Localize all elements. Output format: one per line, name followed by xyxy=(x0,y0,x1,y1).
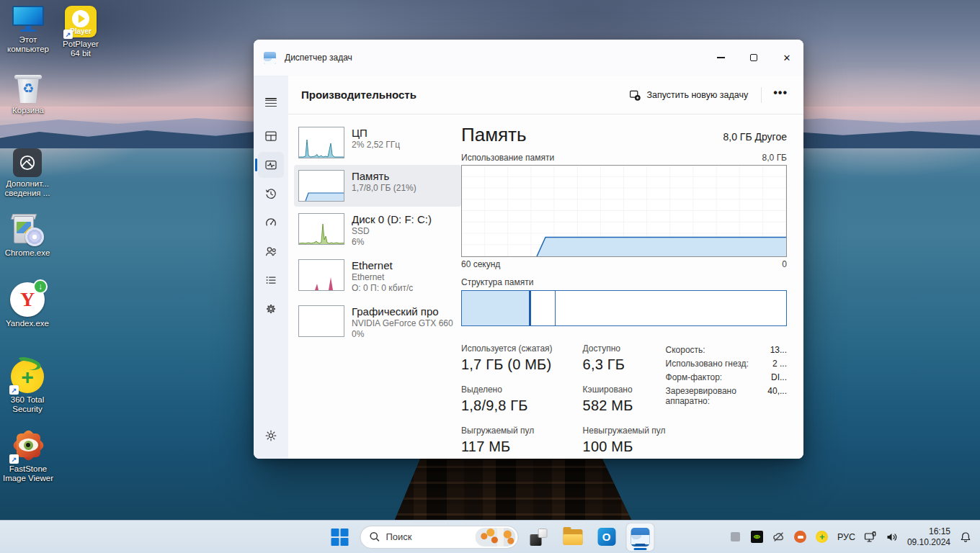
title-bar[interactable]: Диспетчер задач ✕ xyxy=(254,40,803,76)
performance-list: ЦП 2% 2,52 ГГц xyxy=(288,114,461,459)
clock-time: 16:15 xyxy=(907,526,950,537)
volume-tray-button[interactable] xyxy=(883,529,901,546)
search-highlight-image[interactable] xyxy=(476,528,516,547)
usage-graph-label: Использование памяти xyxy=(461,153,554,163)
desktop-icon-360-security[interactable]: + ↗ 360 Total Security xyxy=(4,360,50,414)
nav-app-history[interactable] xyxy=(258,181,284,207)
history-icon xyxy=(264,187,277,200)
services-gear-icon xyxy=(264,302,277,315)
nav-services[interactable] xyxy=(258,296,284,322)
potplayer-icon: Player ↗ xyxy=(65,6,97,37)
onedrive-tray-button[interactable] xyxy=(770,529,788,546)
task-view-button[interactable] xyxy=(525,523,553,551)
outlook-icon: O xyxy=(597,528,615,546)
desktop-icon-chrome-installer[interactable]: Chrome.exe xyxy=(3,215,52,258)
nav-performance[interactable] xyxy=(258,152,284,178)
desktop-icon-more-info[interactable]: Дополнит... сведения ... xyxy=(1,148,53,198)
disk-mini-graph xyxy=(298,213,344,245)
shortcut-arrow-icon: ↗ xyxy=(9,454,19,464)
perf-item-disk[interactable]: Диск 0 (D: F: C:) SSD 6% xyxy=(294,208,461,253)
usage-graph-max: 8,0 ГБ xyxy=(762,153,787,163)
search-icon xyxy=(370,531,380,542)
taskbar: Поиск O + xyxy=(0,520,980,553)
blocked-app-tray-button[interactable] xyxy=(792,529,809,546)
x-axis-right-label: 0 xyxy=(782,259,787,269)
task-manager-icon xyxy=(631,528,650,547)
composition-standby-divider xyxy=(555,291,556,325)
details-list-icon xyxy=(264,274,277,287)
clock-date: 09.10.2024 xyxy=(907,537,950,548)
desktop-icon-label: Дополнит... сведения ... xyxy=(1,179,53,198)
tray-app-icon xyxy=(731,532,740,541)
speaker-icon xyxy=(886,532,898,542)
page-header: Производительность Запустить новую задач… xyxy=(288,76,803,114)
desktop: Этот компьютер Player ↗ PotPlayer 64 bit… xyxy=(0,0,980,553)
new-task-icon xyxy=(629,89,641,101)
memory-usage-graph[interactable] xyxy=(461,165,787,257)
yandex-browser-icon: Y↓ xyxy=(10,282,45,317)
taskbar-search[interactable]: Поиск xyxy=(360,526,519,549)
outlook-button[interactable]: O xyxy=(593,523,620,551)
notifications-button[interactable] xyxy=(957,529,974,546)
windows-logo-icon xyxy=(331,529,349,546)
memory-stats: Используется (сжатая)1,7 ГБ (0 МБ) Досту… xyxy=(461,343,666,455)
file-explorer-button[interactable] xyxy=(559,523,587,551)
desktop-icon-faststone[interactable]: ↗ FastStone Image Viewer xyxy=(0,428,56,483)
hardware-stats: Скорость:13... Использовано гнезд:2 ... … xyxy=(666,343,787,406)
taskbar-clock[interactable]: 16:15 09.10.2024 xyxy=(907,526,950,548)
nvidia-tray-button[interactable] xyxy=(749,529,766,546)
maximize-button[interactable] xyxy=(737,40,770,76)
perf-item-gpu[interactable]: Графический про NVIDIA GeForce GTX 660 0… xyxy=(294,300,461,345)
360-tray-button[interactable]: + xyxy=(814,529,831,546)
ethernet-mini-graph xyxy=(298,259,344,291)
nav-settings[interactable] xyxy=(258,423,284,449)
tray-app-button[interactable] xyxy=(727,529,744,546)
memory-mini-graph xyxy=(298,170,344,202)
this-pc-icon xyxy=(12,6,44,33)
cpu-mini-graph xyxy=(298,127,344,158)
desktop-icon-yandex[interactable]: Y↓ Yandex.exe xyxy=(4,282,50,328)
desktop-icon-potplayer[interactable]: Player ↗ PotPlayer 64 bit xyxy=(58,6,103,58)
network-tray-button[interactable] xyxy=(862,529,879,546)
language-indicator[interactable]: РУС xyxy=(835,532,858,542)
run-new-task-button[interactable]: Запустить новую задачу xyxy=(622,85,755,105)
task-manager-taskbar-button[interactable] xyxy=(627,523,654,551)
nav-users[interactable] xyxy=(258,238,284,264)
page-title: Производительность xyxy=(301,89,416,101)
cloud-offline-icon xyxy=(772,531,785,543)
nav-startup-apps[interactable] xyxy=(258,210,284,235)
task-manager-window: Диспетчер задач ✕ xyxy=(254,40,803,459)
desktop-icon-label: FastStone Image Viewer xyxy=(0,464,56,483)
more-options-button[interactable]: ••• xyxy=(767,85,793,105)
desktop-icon-label: Этот компьютер xyxy=(4,35,52,54)
desktop-icon-recycle-bin[interactable]: ♻ Корзина xyxy=(6,73,50,115)
navigation-rail xyxy=(254,76,288,459)
nav-details[interactable] xyxy=(258,267,284,293)
menu-toggle-button[interactable] xyxy=(258,86,284,112)
gpu-mini-graph xyxy=(298,305,344,337)
desktop-icon-label: PotPlayer 64 bit xyxy=(58,40,103,58)
nvidia-icon xyxy=(751,531,763,543)
start-button[interactable] xyxy=(326,523,354,551)
nav-processes[interactable] xyxy=(258,123,284,149)
selected-indicator xyxy=(255,158,257,171)
image-placeholder-icon xyxy=(13,148,42,177)
header-divider xyxy=(761,87,762,103)
perf-item-ethernet[interactable]: Ethernet Ethernet О: 0 П: 0 кбит/с xyxy=(294,254,461,299)
close-button[interactable]: ✕ xyxy=(770,40,803,76)
faststone-icon: ↗ xyxy=(11,428,45,462)
bell-icon xyxy=(960,531,971,543)
composition-in-use-segment xyxy=(462,291,531,325)
folder-icon xyxy=(563,529,582,545)
composition-label: Структура памяти xyxy=(461,277,787,287)
shortcut-arrow-icon: ↗ xyxy=(63,30,73,39)
settings-gear-icon xyxy=(264,429,277,442)
360-tray-icon: + xyxy=(816,531,828,543)
perf-item-memory[interactable]: Память 1,7/8,0 ГБ (21%) xyxy=(294,165,461,207)
installer-box-icon xyxy=(11,215,44,246)
desktop-icon-this-pc[interactable]: Этот компьютер xyxy=(4,6,52,54)
minimize-button[interactable] xyxy=(704,40,737,76)
desktop-icon-label: Chrome.exe xyxy=(5,248,50,258)
memory-composition-bar[interactable] xyxy=(461,290,787,326)
perf-item-cpu[interactable]: ЦП 2% 2,52 ГГц xyxy=(294,122,461,163)
